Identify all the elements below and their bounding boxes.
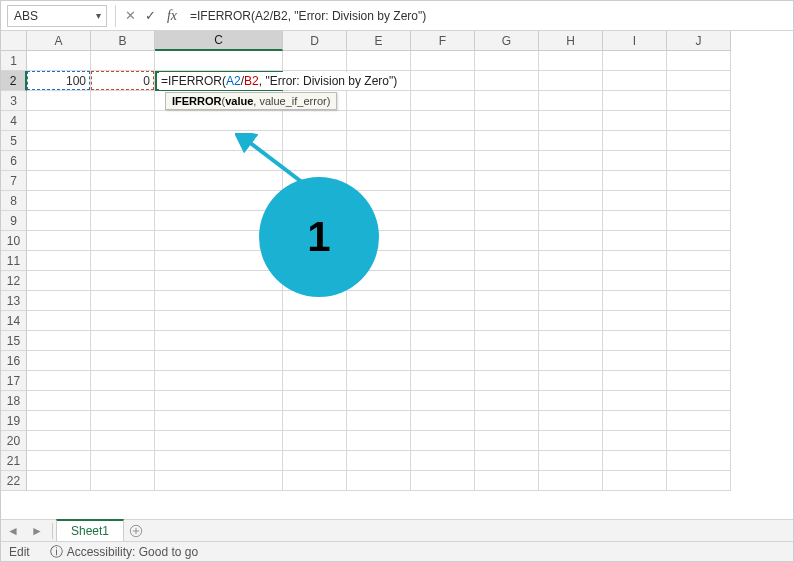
cell[interactable] bbox=[91, 471, 155, 491]
row-header[interactable]: 5 bbox=[1, 131, 27, 151]
cell[interactable] bbox=[155, 151, 283, 171]
cell[interactable] bbox=[411, 131, 475, 151]
cell[interactable] bbox=[27, 351, 91, 371]
row-header[interactable]: 21 bbox=[1, 451, 27, 471]
cell[interactable] bbox=[27, 91, 91, 111]
cell[interactable] bbox=[539, 431, 603, 451]
cell[interactable] bbox=[667, 211, 731, 231]
cell[interactable] bbox=[347, 391, 411, 411]
cell[interactable] bbox=[155, 111, 283, 131]
cell[interactable] bbox=[539, 111, 603, 131]
cell[interactable] bbox=[667, 451, 731, 471]
cell[interactable] bbox=[27, 471, 91, 491]
cell[interactable] bbox=[411, 411, 475, 431]
cell[interactable] bbox=[475, 91, 539, 111]
cell[interactable] bbox=[91, 171, 155, 191]
cell[interactable] bbox=[539, 211, 603, 231]
row-header[interactable]: 16 bbox=[1, 351, 27, 371]
cell[interactable] bbox=[603, 331, 667, 351]
next-sheet-button[interactable]: ► bbox=[25, 520, 49, 542]
cell[interactable] bbox=[27, 191, 91, 211]
cell[interactable] bbox=[475, 451, 539, 471]
column-header[interactable]: E bbox=[347, 31, 411, 51]
sheet-tab-sheet1[interactable]: Sheet1 bbox=[56, 519, 124, 541]
cell[interactable] bbox=[411, 371, 475, 391]
cell[interactable] bbox=[27, 391, 91, 411]
cell[interactable] bbox=[603, 311, 667, 331]
cell[interactable] bbox=[27, 171, 91, 191]
cell[interactable] bbox=[475, 171, 539, 191]
chevron-down-icon[interactable]: ▾ bbox=[90, 10, 106, 21]
cell[interactable] bbox=[347, 311, 411, 331]
cell[interactable] bbox=[603, 431, 667, 451]
cell[interactable] bbox=[91, 151, 155, 171]
cell[interactable] bbox=[91, 91, 155, 111]
cell[interactable] bbox=[27, 371, 91, 391]
cell[interactable] bbox=[475, 231, 539, 251]
cell[interactable] bbox=[155, 391, 283, 411]
cell[interactable] bbox=[603, 151, 667, 171]
cell[interactable] bbox=[539, 91, 603, 111]
cell[interactable] bbox=[283, 131, 347, 151]
cell[interactable] bbox=[411, 91, 475, 111]
cell[interactable] bbox=[667, 371, 731, 391]
cell[interactable] bbox=[539, 131, 603, 151]
cell[interactable] bbox=[347, 471, 411, 491]
cell[interactable] bbox=[539, 471, 603, 491]
row-header[interactable]: 14 bbox=[1, 311, 27, 331]
cell[interactable] bbox=[667, 51, 731, 71]
cell[interactable] bbox=[91, 311, 155, 331]
cell[interactable] bbox=[283, 371, 347, 391]
cell[interactable] bbox=[91, 351, 155, 371]
cell[interactable] bbox=[155, 411, 283, 431]
cell[interactable] bbox=[155, 171, 283, 191]
cell[interactable] bbox=[155, 191, 283, 211]
cell[interactable] bbox=[603, 391, 667, 411]
cell[interactable] bbox=[475, 211, 539, 231]
cell[interactable] bbox=[667, 231, 731, 251]
cell[interactable] bbox=[91, 211, 155, 231]
cell[interactable] bbox=[667, 351, 731, 371]
cell[interactable] bbox=[411, 431, 475, 451]
cell[interactable] bbox=[27, 211, 91, 231]
cell[interactable] bbox=[91, 411, 155, 431]
cell[interactable] bbox=[347, 111, 411, 131]
row-header[interactable]: 15 bbox=[1, 331, 27, 351]
cell[interactable] bbox=[603, 291, 667, 311]
cell[interactable] bbox=[603, 371, 667, 391]
cell[interactable] bbox=[475, 431, 539, 451]
cell[interactable] bbox=[603, 351, 667, 371]
cell[interactable] bbox=[667, 171, 731, 191]
cell[interactable] bbox=[539, 251, 603, 271]
cell[interactable] bbox=[27, 331, 91, 351]
cell[interactable] bbox=[475, 271, 539, 291]
cell[interactable] bbox=[667, 131, 731, 151]
column-header[interactable]: B bbox=[91, 31, 155, 51]
row-header[interactable]: 18 bbox=[1, 391, 27, 411]
column-header[interactable]: J bbox=[667, 31, 731, 51]
cell[interactable] bbox=[347, 131, 411, 151]
cell[interactable] bbox=[283, 51, 347, 71]
cell[interactable] bbox=[603, 171, 667, 191]
cell[interactable] bbox=[539, 71, 603, 91]
cell[interactable] bbox=[91, 431, 155, 451]
row-header[interactable]: 8 bbox=[1, 191, 27, 211]
status-mode[interactable]: Edit bbox=[9, 545, 30, 559]
cell[interactable] bbox=[475, 291, 539, 311]
cell[interactable] bbox=[155, 431, 283, 451]
cell[interactable] bbox=[347, 51, 411, 71]
cell[interactable] bbox=[347, 331, 411, 351]
cell[interactable]: 100 bbox=[27, 71, 91, 91]
cell[interactable] bbox=[283, 331, 347, 351]
prev-sheet-button[interactable]: ◄ bbox=[1, 520, 25, 542]
cell[interactable]: 0 bbox=[91, 71, 155, 91]
cell[interactable] bbox=[91, 131, 155, 151]
column-header[interactable]: F bbox=[411, 31, 475, 51]
cell[interactable] bbox=[155, 451, 283, 471]
row-header[interactable]: 9 bbox=[1, 211, 27, 231]
cell[interactable] bbox=[155, 311, 283, 331]
cell[interactable] bbox=[539, 51, 603, 71]
cancel-formula-button[interactable]: ✕ bbox=[120, 5, 140, 27]
cell[interactable] bbox=[347, 451, 411, 471]
select-all-corner[interactable] bbox=[1, 31, 27, 51]
